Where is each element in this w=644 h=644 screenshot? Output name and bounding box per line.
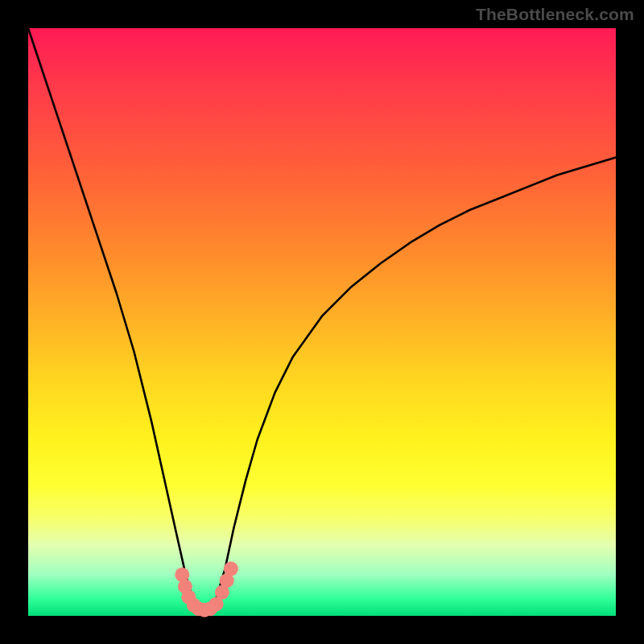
curve-line [28,28,616,610]
marker-dot [224,562,238,576]
chart-frame: TheBottleneck.com [0,0,644,644]
watermark-text: TheBottleneck.com [476,5,634,24]
plot-area [28,28,616,616]
chart-svg [28,28,616,616]
